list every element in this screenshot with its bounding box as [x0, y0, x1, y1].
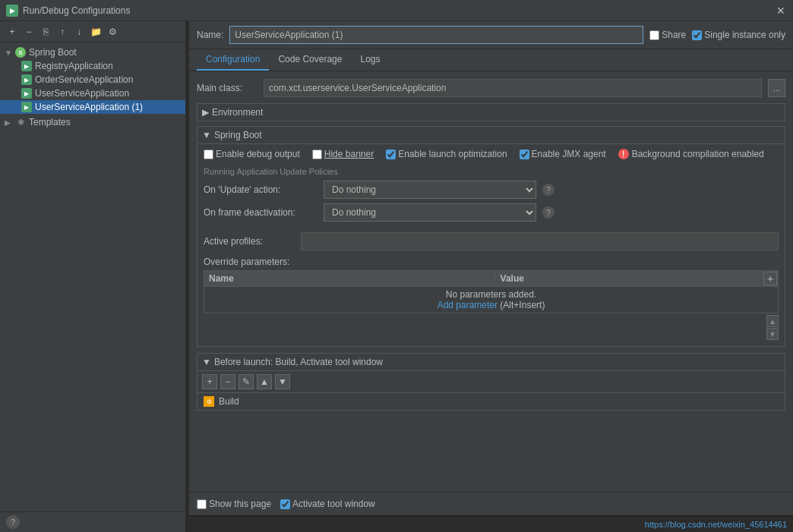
main-class-input[interactable]: [264, 79, 762, 97]
before-launch-edit-button[interactable]: ✎: [239, 374, 254, 389]
main-class-browse-button[interactable]: ...: [768, 79, 785, 97]
show-page-checkbox[interactable]: [197, 499, 207, 509]
enable-debug-label[interactable]: Enable debug output: [204, 149, 300, 159]
content-area: Name: Share Single instance only Configu…: [189, 21, 793, 532]
running-app-title: Running Application Update Policies: [204, 167, 779, 176]
hide-banner-checkbox[interactable]: [312, 150, 322, 159]
col-name: Name: [204, 271, 496, 287]
spring-options-row: Enable debug output Hide banner Enable l…: [197, 144, 785, 164]
update-action-select[interactable]: Do nothing Update resources Update class…: [324, 181, 536, 199]
before-launch-up-button[interactable]: ▲: [257, 374, 272, 389]
name-label: Name:: [197, 30, 223, 40]
sidebar-item-userservice-1[interactable]: ▶ UserServiceApplication (1): [0, 100, 185, 114]
frame-deactivation-help-icon[interactable]: ?: [542, 206, 554, 219]
help-button[interactable]: ?: [6, 515, 20, 529]
enable-optimization-label[interactable]: Enable launch optimization: [386, 149, 507, 159]
spring-boot-group-header[interactable]: ▼ S Spring Boot: [0, 46, 185, 59]
close-button[interactable]: ✕: [775, 5, 787, 17]
enable-optimization-checkbox[interactable]: [386, 150, 396, 159]
orderservice-icon: ▶: [21, 74, 32, 85]
add-param-shortcut: (Alt+Insert): [500, 300, 545, 310]
params-table-wrap: Name Value No parameters added. Add para…: [204, 270, 779, 313]
frame-deactivation-label: On frame deactivation:: [204, 207, 318, 218]
active-profiles-row: Active profiles:: [197, 232, 785, 250]
before-launch-down-button[interactable]: ▼: [275, 374, 290, 389]
userservice-icon: ▶: [21, 88, 32, 99]
scroll-buttons: ▲ ▼: [204, 315, 779, 340]
share-checkbox-wrap: Share: [649, 30, 686, 40]
templates-label: Templates: [29, 117, 71, 127]
activate-tool-window-checkbox-wrap[interactable]: Activate tool window: [280, 499, 375, 509]
update-action-help-icon[interactable]: ?: [542, 184, 554, 196]
show-page-checkbox-wrap[interactable]: Show this page: [197, 499, 271, 509]
move-down-button[interactable]: ↓: [71, 24, 87, 39]
warning-icon: !: [618, 149, 629, 159]
settings-button[interactable]: ⚙: [105, 24, 120, 39]
before-launch-label: Before launch: Build, Activate tool wind…: [214, 357, 383, 367]
add-param-link[interactable]: Add parameter: [438, 300, 498, 310]
spring-boot-section-arrow: ▼: [202, 130, 211, 140]
templates-icon: ✱: [15, 117, 26, 127]
activate-tool-window-label: Activate tool window: [292, 499, 375, 509]
app-icon: ▶: [6, 5, 18, 17]
frame-deactivation-row: On frame deactivation: Do nothing Update…: [204, 203, 779, 222]
templates-arrow: ▶: [5, 118, 12, 127]
activate-tool-window-checkbox[interactable]: [280, 499, 290, 509]
templates-item[interactable]: ▶ ✱ Templates: [0, 115, 185, 129]
share-checkbox[interactable]: [649, 30, 659, 40]
folder-button[interactable]: 📁: [88, 24, 103, 39]
sidebar-tree: ▼ S Spring Boot ▶ RegistryApplication ▶ …: [0, 42, 185, 512]
single-instance-checkbox[interactable]: [692, 30, 702, 40]
before-launch-remove-button[interactable]: −: [220, 374, 235, 389]
scroll-down-button[interactable]: ▼: [766, 328, 779, 340]
registry-label: RegistryApplication: [35, 61, 113, 71]
tab-configuration[interactable]: Configuration: [197, 49, 269, 71]
name-input[interactable]: [229, 26, 643, 44]
scroll-up-button[interactable]: ▲: [766, 315, 779, 327]
before-launch-header[interactable]: ▼ Before launch: Build, Activate tool wi…: [197, 354, 785, 371]
enable-optimization-text: Enable launch optimization: [398, 149, 507, 159]
spring-boot-section: ▼ Spring Boot Enable debug output Hide b…: [197, 126, 785, 347]
hide-banner-text: Hide banner: [324, 149, 374, 159]
active-profiles-input[interactable]: [301, 232, 779, 250]
remove-config-button[interactable]: −: [21, 24, 36, 39]
add-config-button[interactable]: +: [5, 24, 20, 39]
environment-header[interactable]: ▶ Environment: [197, 104, 785, 121]
tab-code-coverage[interactable]: Code Coverage: [269, 49, 351, 71]
spring-boot-arrow: ▼: [5, 49, 12, 57]
enable-debug-checkbox[interactable]: [204, 150, 213, 159]
override-params-section: Override parameters: Name Value: [197, 257, 785, 346]
enable-jmx-text: Enable JMX agent: [532, 149, 606, 159]
before-launch-arrow: ▼: [202, 357, 211, 367]
config-content: Main class: ... ▶ Environment ▼ Spring B…: [189, 71, 793, 492]
enable-debug-text: Enable debug output: [216, 149, 300, 159]
environment-label: Environment: [212, 107, 263, 118]
spring-boot-section-header[interactable]: ▼ Spring Boot: [197, 127, 785, 144]
build-label: Build: [219, 396, 239, 407]
name-options: Share Single instance only: [649, 30, 785, 40]
enable-jmx-label[interactable]: Enable JMX agent: [520, 149, 606, 159]
before-launch-toolbar: + − ✎ ▲ ▼: [197, 371, 785, 393]
bottom-options: Show this page Activate tool window: [189, 492, 793, 515]
move-up-button[interactable]: ↑: [55, 24, 70, 39]
enable-jmx-checkbox[interactable]: [520, 150, 529, 159]
sidebar-item-userservice[interactable]: ▶ UserServiceApplication: [0, 87, 185, 100]
status-url[interactable]: https://blog.csdn.net/weixin_45614461: [645, 520, 787, 529]
build-icon: ⚙: [204, 396, 214, 407]
before-launch-add-button[interactable]: +: [202, 374, 217, 389]
spring-boot-section-label: Spring Boot: [214, 130, 262, 140]
build-item: ⚙ Build: [197, 393, 785, 410]
single-instance-label[interactable]: Single instance only: [704, 30, 785, 40]
sidebar-item-registry[interactable]: ▶ RegistryApplication: [0, 59, 185, 73]
sidebar-item-orderservice[interactable]: ▶ OrderServiceApplication: [0, 73, 185, 87]
main-class-row: Main class: ...: [197, 79, 785, 97]
single-instance-checkbox-wrap: Single instance only: [692, 30, 785, 40]
frame-deactivation-select[interactable]: Do nothing Update resources Update class…: [324, 203, 536, 222]
col-value: Value: [495, 271, 778, 287]
hide-banner-label[interactable]: Hide banner: [312, 149, 374, 159]
update-action-row: On 'Update' action: Do nothing Update re…: [204, 181, 779, 199]
copy-config-button[interactable]: ⎘: [38, 24, 53, 39]
share-label[interactable]: Share: [662, 30, 686, 40]
tab-logs[interactable]: Logs: [351, 49, 389, 71]
add-param-corner-button[interactable]: +: [763, 272, 777, 285]
